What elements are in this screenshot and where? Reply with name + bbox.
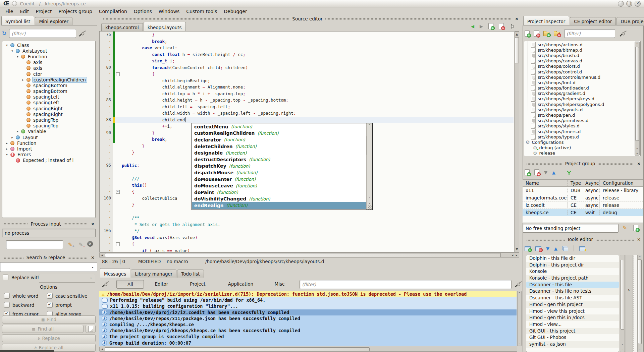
search-term-combobox[interactable]: ⌄ <box>0 262 97 272</box>
project-file-item[interactable]: src/kheops/gradient.d <box>524 91 640 96</box>
symbol-tree-item[interactable]: !Expected ; instead of i <box>2 158 95 163</box>
fold-marker-icon[interactable]: − <box>116 72 120 76</box>
project-file-item[interactable]: src/kheops/canvas.d <box>524 58 640 64</box>
messages-vertical-scrollbar[interactable]: ⌃⌄ <box>517 291 522 346</box>
minimize-button[interactable]: − <box>618 1 624 7</box>
symbol-tree-item[interactable]: ▸Variable <box>2 129 95 134</box>
tool-item[interactable]: Hmod - gen this project <box>526 301 619 308</box>
code-line[interactable]: · if (_axis == value) <box>100 247 514 253</box>
expander-closed-icon[interactable]: ▸ <box>21 78 25 81</box>
configuration-item[interactable]: ⚙release <box>524 151 640 156</box>
whole-word-checkbox[interactable] <box>4 293 10 299</box>
project-file-item[interactable]: src/kheops/timers.d <box>524 129 640 134</box>
remove-folder-icon[interactable] <box>554 32 560 36</box>
messages-filter-input[interactable] <box>300 280 511 289</box>
backward-checkbox[interactable] <box>4 302 10 308</box>
scrollbar-thumb[interactable] <box>515 37 519 63</box>
tool-item[interactable]: Hmod - view this project <box>526 308 619 315</box>
log-row[interactable]: i/home/basile/Dev/dproj/iz/iz.coedit has… <box>99 309 517 315</box>
symbol-tree-item[interactable]: spacingLeft <box>2 100 95 106</box>
tool-item[interactable]: Dolphin - this project dir <box>526 262 619 269</box>
symbol-tree-item[interactable]: spacingBottom <box>2 82 95 88</box>
send-input-icon[interactable]: ✎➔ <box>66 241 74 248</box>
menu-file[interactable]: File <box>2 8 16 15</box>
close-source-editor-icon[interactable]: ✕ <box>514 16 519 21</box>
scrollbar-thumb[interactable] <box>635 47 639 141</box>
editor-tab-kheops-control[interactable]: kheops.control <box>101 23 143 31</box>
symbol-tree-item[interactable]: ▸Import <box>2 146 95 152</box>
edit-free-standing-icon[interactable]: ✎ <box>623 225 627 231</box>
find-button[interactable]: ▦Find <box>2 315 96 324</box>
expander-closed-icon[interactable]: ▸ <box>16 130 19 133</box>
messages-options-brush-icon[interactable] <box>515 281 522 287</box>
symbol-tree-item[interactable]: axis <box>2 60 95 65</box>
symbol-tree-item[interactable]: axis <box>2 65 95 71</box>
completion-scrollbar[interactable]: ⌃ ⌃ ⌄ <box>366 123 372 210</box>
completion-item[interactable]: doMouseLeave(function) <box>192 182 366 189</box>
expander-closed-icon[interactable]: ▸ <box>5 141 9 145</box>
log-row[interactable]: ithe project group is successfully compi… <box>99 334 517 340</box>
project-file-item[interactable]: src/kheops/styles.d <box>524 123 640 129</box>
completion-item[interactable]: dispatchKey(function) <box>192 163 366 170</box>
add-folder-icon[interactable] <box>543 32 549 36</box>
detach-editor-icon[interactable] <box>509 24 514 28</box>
close-button[interactable]: × <box>635 1 641 7</box>
symbol-tree-item[interactable]: ▸Function <box>2 140 95 146</box>
go-forward-icon[interactable]: ▶ <box>480 24 483 29</box>
replace-with-checkbox[interactable] <box>3 275 8 280</box>
file-tree-scrollbar[interactable]: ⌃ ⌃⌄ <box>635 42 640 156</box>
filter-editor-button[interactable]: Editor <box>144 280 179 288</box>
completion-item[interactable]: doVisibilityChanged(function) <box>192 196 366 202</box>
find-all-in-new-doc-button[interactable] <box>86 325 96 333</box>
code-line[interactable]: · child.width = width - _spacing.left - … <box>100 110 514 117</box>
code-line[interactable]: · child.alignment = Alignment.none; <box>100 84 514 91</box>
menu-debugger[interactable]: Debugger <box>220 8 250 15</box>
menu-edit[interactable]: Edit <box>16 8 32 15</box>
tab-mini-explorer[interactable]: Mini explorer <box>35 17 72 25</box>
code-line[interactable]: 85 child.height = h - _spacing.top - _sp… <box>100 97 514 104</box>
tool-detail-scrollbar[interactable]: ⌃ ⌄ <box>637 255 642 352</box>
tab-messages[interactable]: Messages <box>100 268 130 278</box>
project-group-row[interactable]: kheops.ceCEwaitdebug <box>523 209 643 216</box>
tool-item[interactable]: Konsole <box>526 268 619 275</box>
symbol-tree-item[interactable]: spacingRight <box>2 111 95 117</box>
symbol-tree-item[interactable]: ▾Function <box>2 54 95 59</box>
project-group-row[interactable]: iz.coeditCEasyncrelease <box>523 201 643 209</box>
close-tools-editor-icon[interactable]: ✕ <box>636 237 641 242</box>
symbol-tree-item[interactable]: ▾!Errors <box>2 152 95 158</box>
tool-item[interactable]: Hmod - gen this in /docs <box>526 314 619 321</box>
expander-open-icon[interactable]: ▾ <box>5 153 9 156</box>
project-file-item[interactable]: src/kheops/control.d <box>524 69 640 74</box>
project-file-item[interactable]: src/kheops/controls/menus.d <box>524 74 640 80</box>
close-search-replace-icon[interactable]: ✕ <box>90 255 95 260</box>
menu-project[interactable]: Project <box>33 8 55 15</box>
project-file-item[interactable]: src/kheops/types.d <box>524 134 640 139</box>
symbol-tree-item[interactable]: spacingRight <box>2 106 95 111</box>
clear-filter-brush-icon[interactable] <box>79 31 86 37</box>
project-file-item[interactable]: src/kheops/actions.d <box>524 42 640 47</box>
code-line[interactable]: · child.beginRealign; <box>100 77 514 84</box>
code-line[interactable]: · size_t i; <box>100 58 514 64</box>
symbol-tree-item[interactable]: spacingBottom <box>2 89 95 94</box>
code-line[interactable]: · /** <box>100 215 514 221</box>
completion-item[interactable]: designable(function) <box>192 150 366 156</box>
tab-library-manager[interactable]: Library manager <box>131 270 176 278</box>
tool-item[interactable]: Dscanner - this file no tests <box>526 288 619 295</box>
tool-item[interactable]: Konsole - this project path <box>526 275 619 282</box>
filter-application-button[interactable]: Application <box>216 280 265 288</box>
remove-project-icon[interactable] <box>534 169 539 175</box>
tool-item[interactable]: Git GUI - Phobos <box>526 334 619 341</box>
code-line[interactable]: · child.top = h * i + _spacing.top; <box>100 91 514 97</box>
project-group-row[interactable]: x11DUBasyncrelease - library <box>523 187 643 194</box>
completion-item[interactable]: destructDescriptors(function) <box>192 156 366 163</box>
code-line[interactable]: · * Sets or gets the alignment axis. <box>100 221 514 228</box>
move-tool-down-icon[interactable]: ▼ <box>546 246 549 251</box>
tool-item[interactable]: Dolphin - this file dir <box>526 255 619 262</box>
log-row[interactable]: icompiling /.../kheops/kheops.ce <box>99 321 517 328</box>
messages-horizontal-scrollbar[interactable]: ◂ <box>99 347 517 352</box>
prompt-checkbox[interactable] <box>47 302 53 308</box>
completion-item[interactable]: doPaint(function) <box>192 189 366 196</box>
tools-splitter[interactable]: › <box>626 255 633 352</box>
close-document-icon[interactable] <box>499 23 504 29</box>
project-file-item[interactable]: src/kheops/pen.d <box>524 112 640 118</box>
